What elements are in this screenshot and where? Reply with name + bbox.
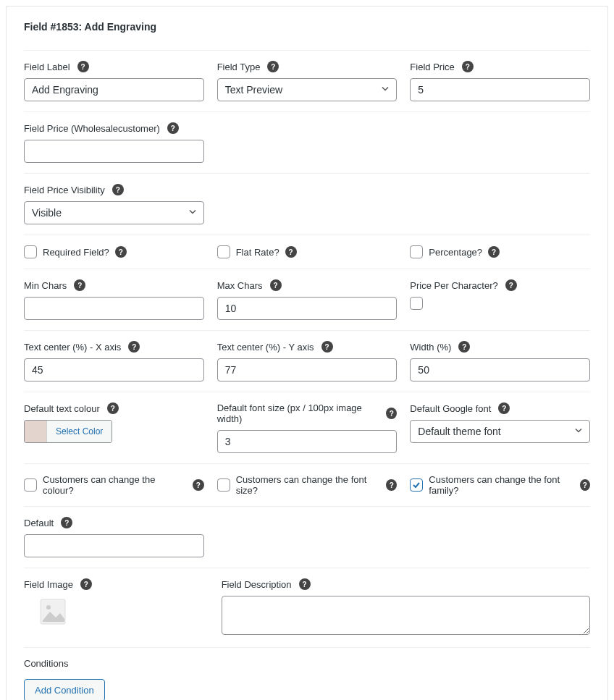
field-type-select[interactable]: Text Preview <box>217 78 398 101</box>
label-text: Text center (%) - X axis <box>24 342 121 353</box>
change-family-field: Customers can change the font family? ? <box>410 474 590 496</box>
label-text: Required Field? <box>43 247 109 258</box>
field-panel: Field #1853: Add Engraving Field Label ?… <box>6 6 608 700</box>
flat-rate-checkbox[interactable] <box>217 245 230 258</box>
change-family-checkbox[interactable] <box>410 478 423 492</box>
help-icon[interactable]: ? <box>285 246 297 258</box>
label-field-image: Field Image ? <box>24 578 209 590</box>
add-condition-button[interactable]: Add Condition <box>24 679 105 700</box>
help-icon[interactable]: ? <box>270 279 282 291</box>
label-min-chars: Min Chars ? <box>24 279 204 291</box>
help-icon[interactable]: ? <box>580 479 590 491</box>
visibility-select[interactable]: Visible <box>24 201 204 224</box>
label-field-price: Field Price ? <box>410 61 590 72</box>
row-image-desc: Field Image ? Field Description ? <box>24 568 590 648</box>
max-chars-input[interactable] <box>217 297 398 320</box>
percentage-checkbox[interactable] <box>410 245 423 258</box>
change-colour-checkbox[interactable] <box>24 478 37 492</box>
help-icon[interactable]: ? <box>321 341 333 353</box>
label-field-label: Field Label ? <box>24 61 204 72</box>
help-icon[interactable]: ? <box>267 61 279 72</box>
row-chars: Min Chars ? Max Chars ? Price Per Charac… <box>24 269 590 331</box>
help-icon[interactable]: ? <box>386 408 397 419</box>
help-icon[interactable]: ? <box>80 578 92 590</box>
center-x-input[interactable] <box>24 358 204 381</box>
col-wholesale: Field Price (Wholesalecustomer) ? <box>24 122 204 163</box>
google-font-select[interactable]: Default theme font <box>410 420 590 443</box>
label-text: Customers can change the font family? <box>429 474 573 496</box>
select-value: Text Preview <box>225 84 282 96</box>
image-placeholder[interactable] <box>37 596 69 628</box>
label-text: Max Chars <box>217 280 263 291</box>
field-price-input[interactable] <box>410 78 590 101</box>
label-text: Min Chars <box>24 280 67 291</box>
change-size-checkbox[interactable] <box>217 478 230 492</box>
help-icon[interactable]: ? <box>167 122 179 134</box>
label-text: Default font size (px / 100px image widt… <box>217 402 379 424</box>
help-icon[interactable]: ? <box>462 61 474 72</box>
help-icon[interactable]: ? <box>458 341 470 353</box>
width-input[interactable] <box>410 358 590 381</box>
col-field-description: Field Description ? <box>222 578 590 637</box>
label-colour: Default text colour ? <box>24 402 204 414</box>
help-icon[interactable]: ? <box>498 402 510 414</box>
description-textarea[interactable] <box>222 596 590 635</box>
label-max-chars: Max Chars ? <box>217 279 398 291</box>
help-icon[interactable]: ? <box>107 402 119 414</box>
select-value: Visible <box>32 207 62 219</box>
help-icon[interactable]: ? <box>77 61 89 72</box>
label-text: Width (%) <box>410 342 451 353</box>
svg-point-1 <box>46 605 51 610</box>
label-width: Width (%) ? <box>410 341 590 353</box>
help-icon[interactable]: ? <box>299 578 311 590</box>
col-colour: Default text colour ? Select Color <box>24 402 204 453</box>
row-customer-flags: Customers can change the colour? ? Custo… <box>24 464 590 507</box>
color-picker[interactable]: Select Color <box>24 420 112 443</box>
min-chars-input[interactable] <box>24 297 204 320</box>
row-flags: Required Field? ? Flat Rate? ? Percentag… <box>24 235 590 269</box>
label-text: Price Per Character? <box>410 280 497 291</box>
row-main: Field Label ? Field Type ? Text Preview … <box>24 51 590 112</box>
col-font-size: Default font size (px / 100px image widt… <box>217 402 398 453</box>
label-price-per-char: Price Per Character? ? <box>410 279 590 291</box>
field-label-input[interactable] <box>24 78 204 101</box>
help-icon[interactable]: ? <box>74 279 85 291</box>
label-center-y: Text center (%) - Y axis ? <box>217 341 398 353</box>
label-visibility: Field Price Visibility ? <box>24 184 204 195</box>
help-icon[interactable]: ? <box>488 246 500 258</box>
help-icon[interactable]: ? <box>61 517 72 528</box>
col-field-type: Field Type ? Text Preview <box>217 61 398 101</box>
center-y-input[interactable] <box>217 358 398 381</box>
select-color-button[interactable]: Select Color <box>46 421 112 442</box>
col-center-x: Text center (%) - X axis ? <box>24 341 204 381</box>
help-icon[interactable]: ? <box>505 279 517 291</box>
required-checkbox[interactable] <box>24 245 37 258</box>
col-visibility: Field Price Visibility ? Visible <box>24 184 204 224</box>
label-font-size: Default font size (px / 100px image widt… <box>217 402 398 424</box>
label-text: Flat Rate? <box>236 247 279 258</box>
label-text: Default text colour <box>24 403 100 414</box>
wholesale-price-input[interactable] <box>24 140 204 163</box>
col-field-image: Field Image ? <box>24 578 209 628</box>
label-text: Field Label <box>24 62 70 72</box>
label-text: Field Description <box>222 579 292 590</box>
col-price-per-char: Price Per Character? ? <box>410 279 590 320</box>
help-icon[interactable]: ? <box>193 479 204 491</box>
col-width: Width (%) ? <box>410 341 590 381</box>
help-icon[interactable]: ? <box>115 246 127 258</box>
help-icon[interactable]: ? <box>112 184 124 195</box>
conditions-label: Conditions <box>24 648 590 679</box>
change-colour-field: Customers can change the colour? ? <box>24 474 204 496</box>
row-defaults: Default text colour ? Select Color Defau… <box>24 392 590 464</box>
label-wholesale: Field Price (Wholesalecustomer) ? <box>24 122 204 134</box>
label-text: Field Image <box>24 579 73 590</box>
col-google-font: Default Google font ? Default theme font <box>410 402 590 453</box>
font-size-input[interactable] <box>217 430 398 453</box>
default-input[interactable] <box>24 534 204 557</box>
price-per-char-checkbox[interactable] <box>410 297 423 310</box>
label-google-font: Default Google font ? <box>410 402 590 414</box>
flat-rate-field: Flat Rate? ? <box>217 245 398 258</box>
help-icon[interactable]: ? <box>128 341 140 353</box>
help-icon[interactable]: ? <box>386 479 397 491</box>
select-value: Default theme font <box>418 426 500 437</box>
